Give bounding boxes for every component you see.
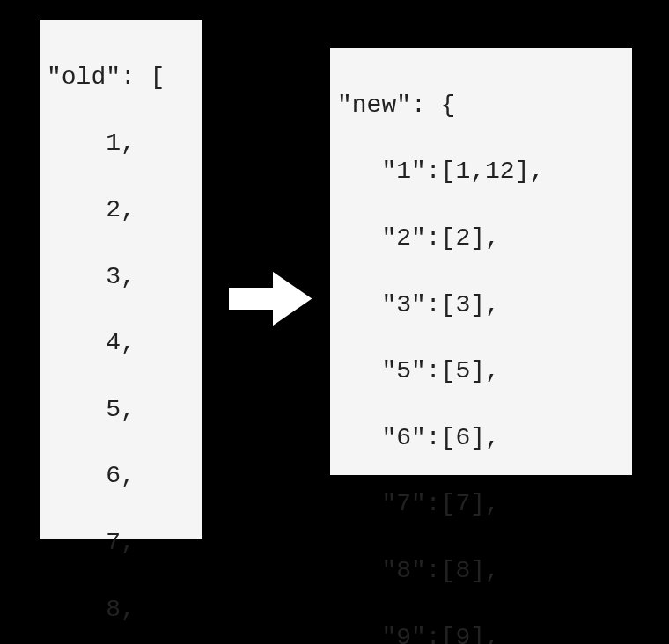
code-line: "3":[3],: [337, 289, 632, 322]
code-line: 1,: [47, 127, 202, 160]
code-line: "8":[8],: [337, 554, 632, 588]
code-line: 8,: [47, 593, 202, 626]
code-line: 5,: [47, 393, 202, 427]
code-line: "6":[6],: [337, 421, 632, 455]
code-line: "1":[1,12],: [337, 155, 632, 188]
code-line: 2,: [47, 194, 202, 227]
code-line: "7":[7],: [337, 487, 632, 521]
code-line: 3,: [47, 260, 202, 294]
new-json-block: "new": { "1":[1,12], "2":[2], "3":[3], "…: [330, 48, 632, 475]
arrow-right-icon: [223, 261, 321, 336]
code-line: "5":[5],: [337, 355, 632, 388]
code-line: "old": [: [47, 61, 202, 94]
code-line: "9":[9],: [337, 621, 632, 644]
code-line: "2":[2],: [337, 222, 632, 255]
code-line: 6,: [47, 459, 202, 493]
code-line: 4,: [47, 326, 202, 360]
old-json-block: "old": [ 1, 2, 3, 4, 5, 6, 7, 8, 9, 10, …: [40, 20, 202, 539]
code-line: 7,: [47, 526, 202, 560]
code-line: "new": {: [337, 89, 632, 122]
